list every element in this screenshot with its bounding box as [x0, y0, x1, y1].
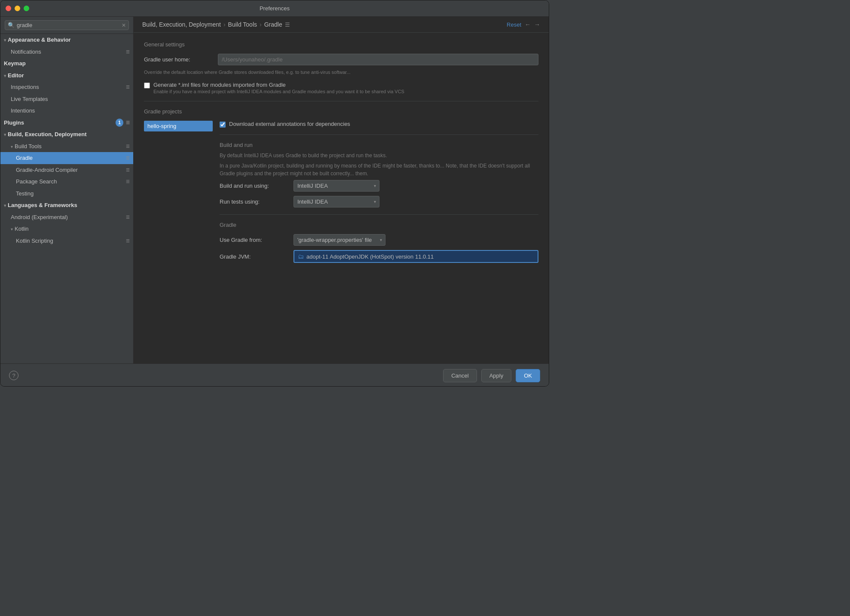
folder-icon: 🗂	[298, 253, 304, 260]
sidebar-item-notifications[interactable]: Notifications ☰	[0, 46, 133, 58]
build-run-using-wrap: IntelliJ IDEA ▾	[294, 180, 379, 192]
run-tests-using-wrap: IntelliJ IDEA ▾	[294, 196, 379, 207]
breadcrumb-build-tools[interactable]: Build Tools	[228, 21, 257, 28]
divider-3	[220, 214, 538, 215]
breadcrumb-build-exec[interactable]: Build, Execution, Deployment	[142, 21, 221, 28]
use-gradle-from-label: Use Gradle from:	[220, 237, 288, 243]
settings-icon-gradle-android: ☰	[126, 167, 130, 173]
sidebar-item-package-search[interactable]: Package Search ☰	[0, 176, 133, 188]
gradle-user-home-hint: Override the default location where Grad…	[144, 70, 538, 75]
build-run-using-label: Build and run using:	[220, 183, 288, 189]
forward-button[interactable]: →	[534, 21, 540, 28]
gradle-projects-layout: hello-spring Download external annotatio…	[144, 121, 538, 267]
minimize-button[interactable]	[15, 6, 20, 11]
sidebar-item-live-templates[interactable]: Live Templates	[0, 93, 133, 105]
sidebar-item-android-experimental[interactable]: Android (Experimental) ☰	[0, 211, 133, 223]
divider-1	[144, 101, 538, 101]
maximize-button[interactable]	[24, 6, 29, 11]
build-run-desc2: In a pure Java/Kotlin project, building …	[220, 162, 538, 177]
search-clear-icon[interactable]: ✕	[122, 22, 126, 28]
sidebar-item-build-exec[interactable]: ▾Build, Execution, Deployment	[0, 128, 133, 140]
gradle-jvm-row: Gradle JVM: 🗂 adopt-11 AdoptOpenJDK (Hot…	[220, 250, 538, 263]
expand-arrow-kotlin: ▾	[11, 227, 13, 232]
sidebar-item-languages[interactable]: ▾Languages & Frameworks	[0, 199, 133, 211]
build-run-desc1: By default IntelliJ IDEA uses Gradle to …	[220, 152, 538, 159]
download-annotations-label: Download external annotations for depend…	[229, 121, 350, 127]
close-button[interactable]	[6, 6, 11, 11]
ok-button[interactable]: OK	[516, 369, 540, 382]
sidebar-item-plugins[interactable]: Plugins 1 ☰	[0, 117, 133, 129]
sidebar-item-editor[interactable]: ▾Editor	[0, 70, 133, 82]
sidebar-item-appearance[interactable]: ▾Appearance & Behavior	[0, 34, 133, 46]
sidebar: 🔍 ✕ ▾Appearance & Behavior Notifications…	[0, 17, 134, 363]
sidebar-item-gradle[interactable]: Gradle ☰	[0, 152, 133, 164]
gradle-user-home-input[interactable]	[218, 54, 538, 65]
help-button[interactable]: ?	[9, 371, 18, 380]
main-layout: 🔍 ✕ ▾Appearance & Behavior Notifications…	[0, 17, 549, 363]
project-list-item[interactable]: hello-spring	[144, 121, 213, 131]
reset-button[interactable]: Reset	[507, 21, 521, 28]
breadcrumb-gradle[interactable]: Gradle	[264, 21, 282, 28]
generate-iml-row: Generate *.iml files for modules importe…	[144, 82, 538, 94]
use-gradle-from-wrap: 'gradle-wrapper.properties' file ▾	[294, 234, 385, 246]
download-annotations-row: Download external annotations for depend…	[220, 121, 538, 128]
gradle-projects-title: Gradle projects	[144, 108, 538, 115]
use-gradle-from-select[interactable]: 'gradle-wrapper.properties' file	[294, 234, 385, 246]
search-input[interactable]	[17, 22, 119, 28]
gradle-section-title: Gradle	[220, 222, 538, 228]
sidebar-item-kotlin[interactable]: ▾Kotlin	[0, 223, 133, 235]
settings-icon: ☰	[126, 49, 130, 55]
breadcrumb-actions: Reset ← →	[507, 21, 540, 28]
content-area: Build, Execution, Deployment › Build Too…	[134, 17, 549, 363]
build-run-using-select[interactable]: IntelliJ IDEA	[294, 180, 379, 192]
sidebar-item-inspections[interactable]: Inspections ☰	[0, 81, 133, 93]
generate-iml-checkbox[interactable]	[144, 82, 150, 88]
footer-right: Cancel Apply OK	[443, 369, 540, 382]
sidebar-item-intentions[interactable]: Intentions	[0, 105, 133, 117]
footer-left: ?	[9, 371, 18, 380]
sidebar-item-gradle-android[interactable]: Gradle-Android Compiler ☰	[0, 164, 133, 176]
build-run-title: Build and run	[220, 142, 538, 148]
download-annotations-checkbox[interactable]	[220, 122, 226, 128]
sidebar-item-build-tools[interactable]: ▾Build Tools ☰	[0, 140, 133, 152]
sidebar-item-testing[interactable]: Testing	[0, 188, 133, 200]
plugins-badge: 1	[116, 119, 123, 127]
gradle-jvm-value: adopt-11 AdoptOpenJDK (HotSpot) version …	[306, 253, 434, 260]
window-controls	[6, 6, 29, 11]
generate-iml-label: Generate *.iml files for modules importe…	[153, 82, 404, 88]
build-run-section: Build and run By default IntelliJ IDEA u…	[220, 142, 538, 207]
generate-iml-hint: Enable if you have a mixed project with …	[153, 89, 404, 94]
run-tests-using-select[interactable]: IntelliJ IDEA	[294, 196, 379, 207]
titlebar: Preferences	[0, 0, 549, 17]
window-title: Preferences	[260, 5, 290, 12]
back-button[interactable]: ←	[525, 21, 531, 28]
run-tests-using-row: Run tests using: IntelliJ IDEA ▾	[220, 196, 538, 207]
gradle-user-home-row: Gradle user home:	[144, 54, 538, 65]
settings-icon-gradle: ☰	[126, 155, 130, 161]
search-box: 🔍 ✕	[0, 17, 133, 34]
settings-icon-plugins: ☰	[126, 119, 130, 126]
content-scroll: General settings Gradle user home: Overr…	[134, 33, 549, 363]
settings-icon-package-search: ☰	[126, 178, 130, 185]
expand-arrow: ▾	[4, 38, 6, 43]
general-settings-title: General settings	[144, 41, 538, 48]
build-run-using-row: Build and run using: IntelliJ IDEA ▾	[220, 180, 538, 192]
breadcrumb-sep-2: ›	[260, 21, 262, 28]
use-gradle-from-row: Use Gradle from: 'gradle-wrapper.propert…	[220, 234, 538, 246]
expand-arrow-editor: ▾	[4, 73, 6, 78]
footer: ? Cancel Apply OK	[0, 363, 549, 387]
cancel-button[interactable]: Cancel	[443, 369, 477, 382]
breadcrumb: Build, Execution, Deployment › Build Too…	[134, 17, 549, 33]
sidebar-item-keymap[interactable]: Keymap	[0, 58, 133, 70]
right-panel: Download external annotations for depend…	[220, 121, 538, 267]
sidebar-item-kotlin-scripting[interactable]: Kotlin Scripting ☰	[0, 235, 133, 247]
settings-icon-kotlin-scripting: ☰	[126, 238, 130, 244]
gradle-user-home-label: Gradle user home:	[144, 56, 213, 63]
search-input-wrap[interactable]: 🔍 ✕	[5, 20, 129, 30]
apply-button[interactable]: Apply	[481, 369, 512, 382]
gradle-jvm-input[interactable]: 🗂 adopt-11 AdoptOpenJDK (HotSpot) versio…	[294, 250, 538, 263]
gradle-jvm-label: Gradle JVM:	[220, 253, 288, 260]
breadcrumb-sep-1: ›	[223, 21, 226, 28]
breadcrumb-path: Build, Execution, Deployment › Build Too…	[142, 21, 290, 28]
divider-2	[220, 134, 538, 135]
